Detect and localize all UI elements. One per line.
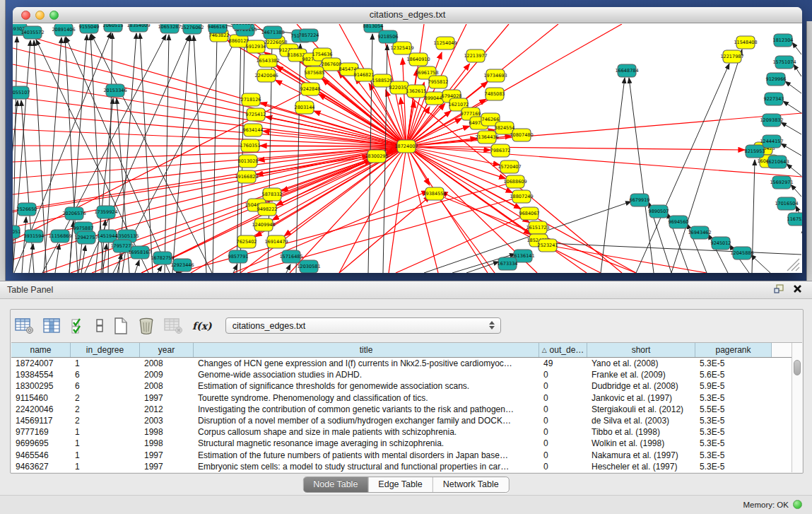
table-cell[interactable]: Yano et al. (2008) xyxy=(587,358,695,368)
graph-node[interactable]: 6679919 xyxy=(630,194,650,206)
graph-node[interactable]: 1673334 xyxy=(498,257,518,270)
graph-node[interactable]: 7857224 xyxy=(299,29,319,42)
table-cell[interactable]: 0 xyxy=(539,438,587,448)
table-row[interactable]: 1938455462009Genome-wide association stu… xyxy=(11,369,802,380)
graph-node[interactable]: 16543382 xyxy=(256,54,279,67)
graph-node[interactable]: 18354009 xyxy=(126,24,150,32)
network-window-titlebar[interactable]: citations_edges.txt xyxy=(13,7,802,23)
graph-node[interactable]: 16210643 xyxy=(765,156,789,168)
column-header-name[interactable]: name xyxy=(11,343,71,357)
graph-node[interactable]: 9146821 xyxy=(354,69,375,81)
table-cell[interactable]: 5.6E-5 xyxy=(695,370,772,380)
network-window[interactable]: citations_edges.txt 18724007746382288601… xyxy=(13,7,802,273)
table-cell[interactable]: 9465546 xyxy=(11,450,71,460)
graph-node[interactable]: 12045886 xyxy=(730,247,753,259)
graph-node[interactable]: 12923446 xyxy=(170,259,194,271)
graph-node[interactable]: 10807480 xyxy=(510,129,533,141)
resize-grip-icon[interactable] xyxy=(787,259,799,271)
table-cell[interactable]: 5.5E-5 xyxy=(695,404,772,414)
graph-node[interactable]: 5878332 xyxy=(262,188,283,201)
memory-indicator[interactable]: Memory: OK xyxy=(743,500,802,509)
table-cell[interactable]: 18300295 xyxy=(11,381,71,391)
graph-node[interactable]: 9129966 xyxy=(766,73,787,86)
graph-node[interactable]: 1812304 xyxy=(773,34,794,47)
table-cell[interactable]: Jankovic et al. (1997) xyxy=(587,393,695,403)
graph-node[interactable]: 12942757 xyxy=(74,231,98,244)
new-file-icon[interactable] xyxy=(113,317,129,335)
graph-node[interactable]: 18724007 xyxy=(394,140,418,153)
table-cell[interactable]: 5.3E-5 xyxy=(695,438,772,448)
table-cell[interactable]: Hescheler et al. (1997) xyxy=(587,462,695,472)
graph-node[interactable]: 15720407 xyxy=(498,160,521,173)
graph-node[interactable]: 9466161 xyxy=(208,24,228,33)
graph-node[interactable]: 7625402 xyxy=(237,235,257,248)
graph-node[interactable]: 11254049 xyxy=(433,37,457,49)
graph-node[interactable]: 12444157 xyxy=(760,135,783,148)
table-cell[interactable]: 2003 xyxy=(140,416,194,426)
graph-node[interactable]: 18807249 xyxy=(510,190,533,203)
graph-node[interactable]: 1760351 xyxy=(240,139,261,152)
graph-node[interactable]: 9684067 xyxy=(519,207,540,220)
table-cell[interactable]: 6 xyxy=(71,370,140,380)
graph-node[interactable]: 12213977 xyxy=(464,49,487,62)
tab-node-table[interactable]: Node Table xyxy=(303,477,368,492)
graph-node[interactable]: 1585051 xyxy=(13,226,20,238)
select-columns-icon[interactable] xyxy=(71,317,86,334)
graph-node[interactable]: 22420046 xyxy=(254,69,278,82)
show-column-icon[interactable] xyxy=(43,317,61,334)
table-cell[interactable]: 0 xyxy=(539,393,587,403)
graph-node[interactable]: 16943462 xyxy=(688,226,711,239)
table-cell[interactable]: 0 xyxy=(539,450,587,460)
float-panel-icon[interactable] xyxy=(774,284,784,293)
table-cell[interactable]: Nakamura et al. (1997) xyxy=(587,450,695,460)
table-cell[interactable]: 1997 xyxy=(140,462,194,472)
close-panel-icon[interactable] xyxy=(793,284,802,293)
graph-node[interactable]: 2055107 xyxy=(13,86,30,99)
graph-node[interactable]: 19734693 xyxy=(483,69,507,82)
graph-node[interactable]: 2523241 xyxy=(538,239,558,252)
table-cell[interactable]: 9777169 xyxy=(11,427,71,437)
table-row[interactable]: 946554611997Estimation of the future num… xyxy=(11,450,802,461)
graph-node[interactable]: 8215953 xyxy=(745,145,765,158)
table-cell[interactable]: 0 xyxy=(539,462,587,472)
graph-node[interactable]: 20206576 xyxy=(62,207,86,220)
table-cell[interactable]: 1 xyxy=(71,438,140,448)
table-cell[interactable]: 0 xyxy=(539,381,587,391)
table-select-dropdown[interactable]: citations_edges.txt xyxy=(225,317,501,334)
graph-node[interactable]: 7485083 xyxy=(485,88,505,100)
table-cell[interactable]: 2 xyxy=(71,404,140,414)
graph-node[interactable]: 20153346 xyxy=(103,84,126,97)
minimize-window-button[interactable] xyxy=(35,11,45,20)
graph-node[interactable]: 15276062 xyxy=(180,24,204,34)
table-cell[interactable]: 1997 xyxy=(140,450,194,460)
zoom-window-button[interactable] xyxy=(49,11,59,20)
column-header-out-de-[interactable]: △out_de… xyxy=(539,343,587,357)
table-cell[interactable]: 19384554 xyxy=(11,370,71,380)
table-cell[interactable]: 49 xyxy=(539,358,587,368)
table-cell[interactable]: 2009 xyxy=(140,370,194,380)
column-icon[interactable] xyxy=(95,317,104,334)
table-cell[interactable]: 5.3E-5 xyxy=(695,462,772,472)
table-cell[interactable]: 1 xyxy=(71,358,140,368)
graph-node[interactable]: 12030581 xyxy=(297,260,320,273)
graph-node[interactable]: 9227343 xyxy=(764,93,784,105)
table-cell[interactable]: 18724007 xyxy=(11,358,71,368)
graph-node[interactable]: 15716485 xyxy=(279,250,302,263)
column-header-year[interactable]: year xyxy=(140,343,194,357)
graph-node[interactable]: 16914479 xyxy=(264,235,288,248)
table-cell[interactable]: Corpus callosum shape and size in male p… xyxy=(194,427,539,437)
table-cell[interactable]: Stergiakouli et al. (2012) xyxy=(587,404,695,414)
table-row[interactable]: 1872400712008Changes of HCN gene express… xyxy=(11,358,802,369)
column-header-title[interactable]: title xyxy=(194,343,539,357)
table-cell[interactable]: 1998 xyxy=(140,427,194,437)
table-cell[interactable]: 2 xyxy=(71,416,140,426)
graph-node[interactable]: 18640910 xyxy=(406,53,430,66)
table-cell[interactable]: Estimation of significance thresholds fo… xyxy=(194,381,539,391)
table-cell[interactable]: Structural magnetic resonance image aver… xyxy=(194,438,539,448)
graph-node[interactable]: 12409948 xyxy=(252,218,275,231)
graph-node[interactable]: 9890507 xyxy=(649,205,669,218)
table-cell[interactable]: Tourette syndrome. Phenomenology and cla… xyxy=(194,393,539,403)
graph-node[interactable]: 19166823 xyxy=(235,170,258,183)
table-row[interactable]: 946362711997Embryonic stem cells: a mode… xyxy=(11,461,802,472)
graph-node[interactable]: 15692971 xyxy=(770,176,793,189)
